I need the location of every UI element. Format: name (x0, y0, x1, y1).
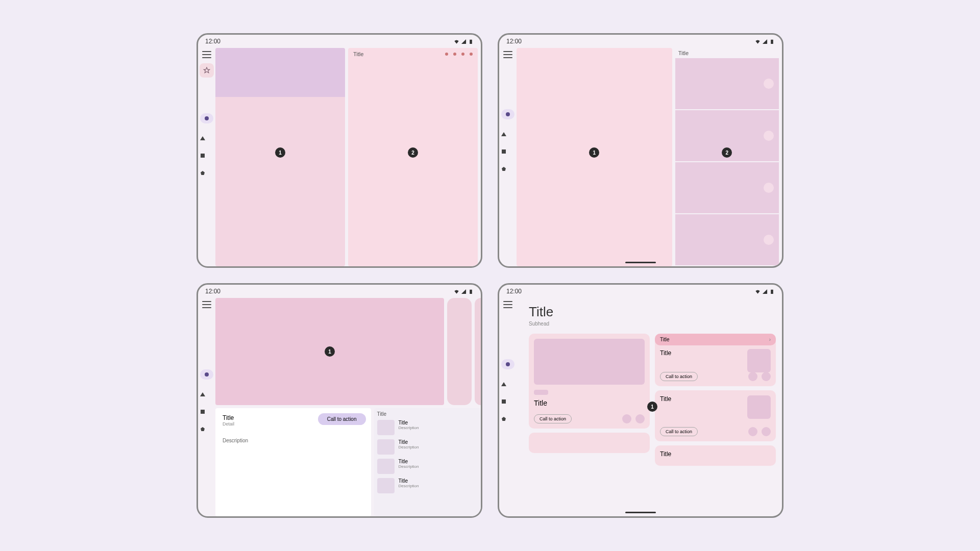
status-bar: 12:00 (499, 285, 782, 298)
card[interactable]: Title › Title Call to action (655, 334, 776, 386)
nav-item-4[interactable] (200, 427, 205, 432)
list-item[interactable]: TitleDescription (377, 478, 478, 493)
list-title: Title (377, 411, 478, 417)
list-item[interactable] (675, 214, 779, 265)
nav-item-4[interactable] (501, 166, 506, 171)
annotation-badge-1: 1 (647, 402, 657, 412)
nav-item-3[interactable] (200, 409, 205, 414)
cta-button[interactable]: Call to action (318, 413, 366, 425)
card-image (534, 339, 645, 385)
nav-item-4[interactable] (501, 416, 506, 421)
thumbnail (377, 478, 395, 493)
list-item[interactable] (675, 58, 779, 109)
list-item[interactable]: TitleDescription (377, 459, 478, 474)
status-bar: 12:00 (499, 35, 782, 48)
status-icons (454, 289, 474, 294)
list-item[interactable]: TitleDescription (377, 420, 478, 435)
nav-rail (198, 48, 215, 266)
pane-left: 1 (517, 48, 672, 266)
annotation-badge-1: 1 (589, 147, 599, 158)
card-column-left: Title Call to action (529, 334, 650, 516)
nav-item-2[interactable] (200, 136, 205, 141)
status-icons (454, 39, 474, 44)
annotation-badge-2: 2 (408, 147, 418, 158)
nav-item-2[interactable] (200, 392, 205, 397)
battery-icon (468, 39, 474, 44)
chevron-right-icon: › (769, 337, 771, 342)
status-time: 12:00 (506, 38, 522, 45)
mockup-1: 12:00 1 Tit (197, 33, 482, 268)
annotation-badge-1: 1 (325, 346, 335, 357)
card-column-right: Title › Title Call to action Title (655, 334, 776, 516)
mockup-3: 12:00 1 (197, 283, 482, 518)
card[interactable]: Title Call to action (655, 390, 776, 441)
nav-item-2[interactable] (501, 132, 506, 137)
nav-item-3[interactable] (200, 153, 205, 158)
list-item[interactable]: TitleDescription (377, 439, 478, 455)
home-indicator (625, 262, 656, 263)
battery-icon (769, 289, 775, 294)
cta-button[interactable]: Call to action (660, 427, 698, 436)
menu-icon[interactable] (503, 301, 512, 308)
menu-icon[interactable] (202, 51, 211, 58)
mockup-4: 12:00 Title Subhead (498, 283, 783, 518)
nav-item-3[interactable] (501, 149, 506, 154)
mockup-2: 12:00 1 Title (498, 33, 783, 268)
annotation-badge-2: 2 (722, 147, 732, 158)
card[interactable]: Title Call to action (529, 334, 650, 429)
nav-item-1[interactable] (200, 369, 213, 380)
status-time: 12:00 (205, 38, 220, 45)
pane-right: Title 2 (675, 48, 779, 266)
card-actions[interactable] (622, 414, 645, 423)
status-icons (755, 289, 775, 294)
hero-card[interactable]: 1 (215, 298, 444, 405)
nav-item-4[interactable] (200, 170, 205, 176)
page-title: Title (529, 304, 776, 320)
carousel-peek (475, 298, 481, 405)
wifi-icon (755, 39, 761, 44)
page-subhead: Subhead (529, 321, 776, 327)
nav-item-1[interactable] (501, 109, 514, 119)
status-bar: 12:00 (198, 35, 481, 48)
signal-icon (461, 289, 467, 294)
favorite-button[interactable] (200, 63, 214, 78)
menu-icon[interactable] (202, 301, 211, 308)
status-bar: 12:00 (198, 285, 481, 298)
cta-button[interactable]: Call to action (660, 372, 698, 381)
battery-icon (468, 289, 474, 294)
thumbnail (377, 439, 395, 455)
battery-icon (769, 39, 775, 44)
card-actions[interactable] (748, 372, 771, 381)
menu-icon[interactable] (503, 51, 512, 58)
list-pane: Title TitleDescription TitleDescription … (374, 408, 481, 516)
card[interactable]: Title (655, 445, 776, 466)
card-thumbnail (747, 349, 771, 372)
annotation-badge-1: 1 (275, 147, 285, 158)
carousel-next[interactable] (447, 298, 472, 405)
nav-rail (499, 48, 517, 266)
nav-item-2[interactable] (501, 382, 506, 387)
action-dots[interactable] (445, 53, 473, 56)
signal-icon (762, 39, 768, 44)
cta-button[interactable]: Call to action (534, 414, 572, 423)
status-time: 12:00 (506, 288, 522, 295)
card-actions[interactable] (748, 427, 771, 436)
thumbnail (377, 459, 395, 474)
home-indicator (625, 512, 656, 513)
list-item[interactable] (675, 162, 779, 213)
pane-left: 1 (215, 48, 345, 266)
card-tag (534, 390, 548, 395)
signal-icon (762, 289, 768, 294)
nav-rail (499, 298, 517, 516)
card[interactable] (529, 433, 650, 453)
card-header-pill[interactable]: Title › (655, 334, 776, 345)
layout-grid: 12:00 1 Tit (176, 13, 804, 538)
nav-item-3[interactable] (501, 399, 506, 404)
pane-left-header (215, 48, 345, 97)
wifi-icon (755, 289, 761, 294)
detail-pane: Title Detail Call to action Description (215, 408, 371, 516)
nav-item-1[interactable] (501, 359, 514, 369)
star-icon (203, 67, 210, 74)
nav-item-1[interactable] (200, 113, 213, 123)
card-title: Title (534, 399, 645, 407)
